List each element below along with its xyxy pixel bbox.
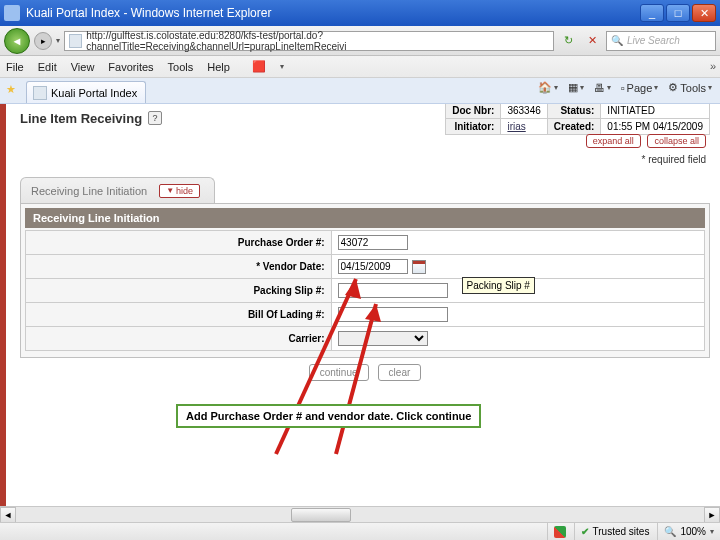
security-zone[interactable]: ✔ Trusted sites [574,523,650,540]
scroll-right-button[interactable]: ► [704,507,720,523]
help-icon[interactable]: ? [148,111,162,125]
document-header: Line Item Receiving ? Doc Nbr: 363346 St… [20,104,710,132]
browser-tab[interactable]: Kuali Portal Index [26,81,146,103]
po-label: Purchase Order #: [26,231,332,255]
window-titlebar: Kuali Portal Index - Windows Internet Ex… [0,0,720,26]
doc-meta: Doc Nbr: 363346 Status: INITIATED Initia… [445,104,710,135]
nav-history-dropdown[interactable]: ▾ [56,36,60,45]
menu-tools[interactable]: Tools [168,61,194,73]
section-tab: Receiving Line Initiation ▼hide [20,177,215,203]
protected-mode-icon [547,523,566,540]
carrier-label: Carrier: [26,327,332,351]
status-bar: ✔ Trusted sites 🔍 100% ▾ [0,522,720,540]
annotation-box: Add Purchase Order # and vendor date. Cl… [176,404,481,428]
tab-title: Kuali Portal Index [51,87,137,99]
calendar-icon[interactable] [412,260,426,274]
page-icon [69,34,82,48]
address-bar[interactable]: http://gulftest.is.colostate.edu:8280/kf… [64,31,554,51]
bol-label: Bill Of Lading #: [26,303,332,327]
po-input[interactable] [338,235,408,250]
scroll-left-button[interactable]: ◄ [0,507,16,523]
required-note: * required field [20,154,710,167]
menu-favorites[interactable]: Favorites [108,61,153,73]
menu-help[interactable]: Help [207,61,230,73]
bol-input[interactable] [338,307,448,322]
section-heading: Receiving Line Initiation [25,208,705,228]
content-area: Line Item Receiving ? Doc Nbr: 363346 St… [0,104,720,522]
menu-bar: File Edit View Favorites Tools Help 🟥 ▾ [0,56,720,78]
maximize-button[interactable]: □ [666,4,690,22]
status-label: Status: [547,104,601,118]
zoom-value: 100% [680,526,706,537]
zone-label: Trusted sites [593,526,650,537]
initiator-label: Initiator: [446,118,501,134]
doc-nbr-label: Doc Nbr: [446,104,501,118]
action-row: continue clear [20,358,710,383]
favorites-icon[interactable]: ★ [6,83,22,99]
doc-nbr-value: 363346 [501,104,547,118]
collapse-all-button[interactable]: collapse all [647,134,706,148]
snagit-icon[interactable]: 🟥 [252,60,266,73]
refresh-button[interactable]: ↻ [558,31,578,51]
clear-button[interactable]: clear [378,364,422,381]
print-button[interactable]: 🖶▾ [594,82,611,94]
page-menu[interactable]: ▫ Page ▾ [621,82,659,94]
app-icon [4,5,20,21]
continue-button[interactable]: continue [309,364,369,381]
packing-input[interactable] [338,283,448,298]
receiving-section: Receiving Line Initiation ▼hide Receivin… [20,177,710,358]
created-value: 01:55 PM 04/15/2009 [601,118,710,134]
stop-button[interactable]: ✕ [582,31,602,51]
search-placeholder: Live Search [627,35,680,46]
initiator-value: irias [501,118,547,134]
vendor-date-label: * Vendor Date: [26,255,332,279]
minimize-button[interactable]: _ [640,4,664,22]
horizontal-scrollbar[interactable]: ◄ ► [0,506,720,522]
vendor-date-input[interactable] [338,259,408,274]
home-button[interactable]: 🏠▾ [538,81,558,94]
menu-file[interactable]: File [6,61,24,73]
section-tab-label: Receiving Line Initiation [31,185,147,197]
tab-bar: » ★ Kuali Portal Index 🏠▾ ▦▾ 🖶▾ ▫ Page ▾… [0,78,720,104]
nav-bar: ◄ ▸ ▾ http://gulftest.is.colostate.edu:8… [0,26,720,56]
packing-label: Packing Slip #: [26,279,332,303]
packing-tooltip: Packing Slip # [462,277,535,294]
search-box[interactable]: 🔍 Live Search [606,31,716,51]
tools-menu[interactable]: ⚙ Tools ▾ [668,81,712,94]
page-title: Line Item Receiving [20,111,142,126]
forward-button[interactable]: ▸ [34,32,52,50]
snagit-dropdown[interactable]: ▾ [280,62,284,71]
created-label: Created: [547,118,601,134]
close-button[interactable]: ✕ [692,4,716,22]
address-url: http://gulftest.is.colostate.edu:8280/kf… [86,30,549,52]
menu-edit[interactable]: Edit [38,61,57,73]
tab-page-icon [33,86,47,100]
window-title: Kuali Portal Index - Windows Internet Ex… [26,6,271,20]
menu-view[interactable]: View [71,61,95,73]
scroll-thumb[interactable] [291,508,351,522]
expand-all-button[interactable]: expand all [586,134,641,148]
search-icon: 🔍 [611,35,623,46]
feeds-button[interactable]: ▦▾ [568,81,584,94]
carrier-select[interactable] [338,331,428,346]
toolbar-overflow[interactable]: » [710,60,716,72]
hide-button[interactable]: ▼hide [159,184,200,198]
zoom-control[interactable]: 🔍 100% ▾ [657,523,714,540]
status-value: INITIATED [601,104,710,118]
back-button[interactable]: ◄ [4,28,30,54]
scroll-track[interactable] [16,507,704,523]
